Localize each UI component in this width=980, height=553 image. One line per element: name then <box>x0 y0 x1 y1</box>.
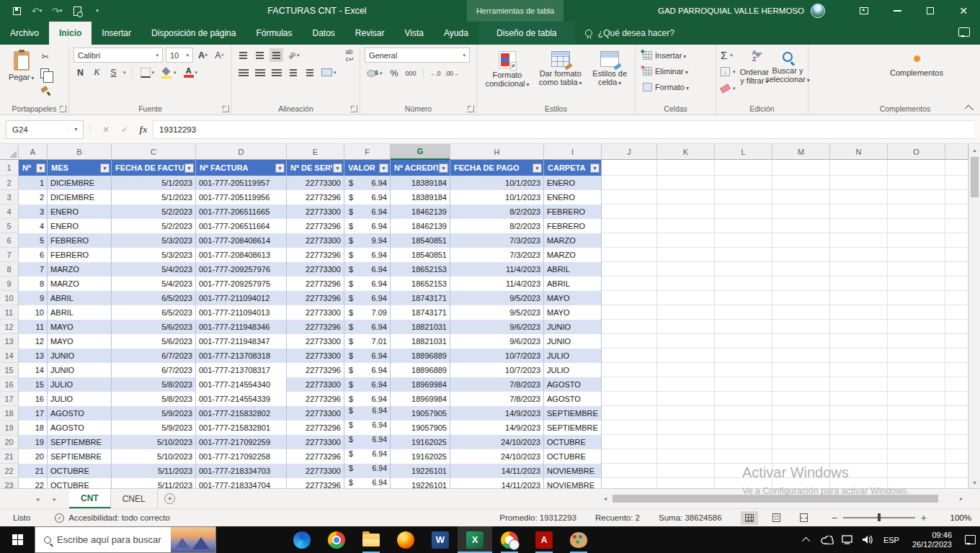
network-icon[interactable] <box>839 526 856 553</box>
cell-fecha_factura[interactable]: 5/2/2023 <box>112 219 196 233</box>
empty-cell[interactable] <box>830 464 888 478</box>
empty-cell[interactable] <box>602 320 657 334</box>
empty-cell[interactable] <box>830 204 888 219</box>
cell-valor[interactable]: $6.94 <box>344 262 391 276</box>
cell-valor[interactable]: $6.94 <box>344 176 391 190</box>
filter-button[interactable]: ▼ <box>379 163 388 173</box>
empty-cell[interactable] <box>945 363 968 377</box>
cell-num_factura[interactable]: 001-777-206511665 <box>196 204 287 219</box>
cell-fecha_factura[interactable]: 5/8/2023 <box>112 377 196 392</box>
empty-cell[interactable] <box>657 377 715 392</box>
ribbon-tab-vista[interactable]: Vista <box>395 22 434 45</box>
cell-fecha_factura[interactable]: 5/2/2023 <box>112 204 196 219</box>
cell-fecha_factura[interactable]: 5/4/2023 <box>112 262 196 276</box>
cell-num_acreditacion[interactable]: 18896889 <box>391 363 450 377</box>
cell-num_acreditacion[interactable]: 18389184 <box>391 176 450 190</box>
empty-cell[interactable] <box>945 435 968 449</box>
cell-carpeta[interactable]: MAYO <box>544 305 602 320</box>
cell-fecha_pago[interactable]: 10/1/2023 <box>450 190 544 204</box>
cell-num_servicio[interactable]: 22773296 <box>287 478 344 488</box>
cell-carpeta[interactable]: MARZO <box>544 248 602 262</box>
cell-num_servicio[interactable]: 22773300 <box>287 435 344 449</box>
row-header-21[interactable]: 21 <box>0 449 19 464</box>
cell-num_factura[interactable]: 001-777-205119957 <box>196 176 287 190</box>
zoom-out-icon[interactable]: − <box>832 512 837 523</box>
empty-cell[interactable] <box>888 349 945 363</box>
underline-button[interactable]: S <box>107 66 120 79</box>
cut-icon[interactable]: ✂ <box>38 50 52 63</box>
cell-num_factura[interactable]: 001-777-213708317 <box>196 363 287 377</box>
empty-cell[interactable] <box>715 305 772 320</box>
empty-cell[interactable] <box>945 276 968 291</box>
account-avatar[interactable] <box>811 4 825 18</box>
cell-num_acreditacion[interactable]: 18896889 <box>391 349 450 363</box>
grow-font-icon[interactable]: A˄ <box>196 48 210 62</box>
horizontal-scroll-thumb[interactable] <box>612 495 938 503</box>
empty-cell[interactable] <box>772 219 830 233</box>
cell-fecha_pago[interactable]: 9/6/2023 <box>450 334 544 349</box>
empty-cell[interactable] <box>945 334 968 349</box>
empty-cell[interactable] <box>830 377 888 392</box>
empty-cell[interactable] <box>772 276 830 291</box>
empty-cell[interactable] <box>888 435 945 449</box>
empty-cell[interactable] <box>888 464 945 478</box>
ribbon-tab-datos[interactable]: Datos <box>302 22 344 45</box>
cell-num_acreditacion[interactable]: 19226101 <box>391 464 450 478</box>
empty-cell[interactable] <box>830 305 888 320</box>
cell-mes[interactable]: SEPTIEMBRE <box>48 449 112 464</box>
cell-num_servicio[interactable]: 22773296 <box>287 449 344 464</box>
borders-button[interactable]: ▾ <box>138 66 157 80</box>
vertical-scrollbar[interactable]: ▴ ▾ <box>968 144 980 488</box>
filter-button[interactable]: ▼ <box>184 163 194 173</box>
empty-cell[interactable] <box>715 392 772 406</box>
cell-num_acreditacion[interactable]: 18540851 <box>391 248 450 262</box>
cell-carpeta[interactable]: JUNIO <box>544 320 602 334</box>
ribbon-tab-inicio[interactable]: Inicio <box>49 22 92 45</box>
format-painter-icon[interactable] <box>38 84 55 98</box>
empty-cell[interactable] <box>772 464 830 478</box>
empty-cell[interactable] <box>888 190 945 204</box>
cell-num_acreditacion[interactable]: 18652153 <box>391 276 450 291</box>
empty-cell[interactable] <box>772 392 830 406</box>
cell-num_acreditacion[interactable]: 18743171 <box>391 305 450 320</box>
cell-fecha_factura[interactable]: 6/5/2023 <box>112 291 196 305</box>
empty-cell[interactable] <box>830 248 888 262</box>
empty-cell[interactable] <box>657 478 715 488</box>
cell-fecha_factura[interactable]: 6/7/2023 <box>112 363 196 377</box>
cell-n[interactable]: 12 <box>19 334 48 349</box>
empty-cell[interactable] <box>772 233 830 248</box>
cell-num_servicio[interactable]: 22773296 <box>287 363 344 377</box>
taskbar-search-box[interactable]: Escribe aquí para buscar <box>35 526 216 553</box>
taskbar-firefox-icon[interactable] <box>388 526 423 553</box>
cell-valor[interactable]: $6.94 <box>344 291 391 305</box>
empty-cell[interactable] <box>657 305 715 320</box>
vertical-scroll-thumb[interactable] <box>971 157 979 197</box>
zoom-slider-thumb[interactable] <box>878 513 881 521</box>
cell-n[interactable]: 14 <box>19 363 48 377</box>
cell-valor[interactable]: $6.94 <box>344 276 391 291</box>
empty-cell[interactable] <box>888 233 945 248</box>
column-header-K[interactable]: K <box>657 144 715 160</box>
empty-cell[interactable] <box>888 291 945 305</box>
cell-mes[interactable]: OCTUBRE <box>48 478 112 488</box>
column-header-G[interactable]: G <box>391 144 450 160</box>
align-left-icon[interactable] <box>236 66 250 79</box>
empty-cell[interactable] <box>772 262 830 276</box>
empty-cell[interactable] <box>657 276 715 291</box>
empty-cell[interactable] <box>945 262 968 276</box>
row-header-23[interactable]: 23 <box>0 478 19 488</box>
column-header-L[interactable]: L <box>715 144 772 160</box>
cell-valor[interactable]: $9.94 <box>344 233 391 248</box>
cell-fecha_pago[interactable]: 9/5/2023 <box>450 291 544 305</box>
copy-icon[interactable]: ▾ <box>38 66 55 81</box>
cell-carpeta[interactable]: SEPTIEMBRE <box>544 406 602 421</box>
empty-cell[interactable] <box>888 392 945 406</box>
cell-num_factura[interactable]: 001-777-206511664 <box>196 219 287 233</box>
empty-cell[interactable] <box>772 449 830 464</box>
cell-fecha_pago[interactable]: 14/11/2023 <box>450 464 544 478</box>
filter-button[interactable]: ▼ <box>533 163 542 173</box>
empty-cell[interactable] <box>715 334 772 349</box>
row-header-8[interactable]: 8 <box>0 262 19 276</box>
horizontal-scrollbar[interactable]: ◂ ▸ <box>600 491 967 505</box>
cell-num_servicio[interactable]: 22773296 <box>287 320 344 334</box>
